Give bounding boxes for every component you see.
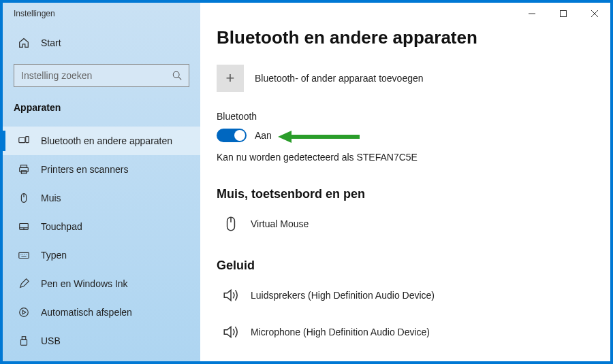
speaker-icon [221,285,241,305]
sidebar-item-autoplay[interactable]: Automatisch afspelen [3,298,200,327]
close-button[interactable] [579,3,610,24]
sidebar-item-label: USB [41,335,61,346]
sidebar-item-label: Printers en scanners [41,164,128,175]
main-content: Bluetooth en andere apparaten + Bluetoot… [200,3,610,361]
sidebar-item-label: Pen en Windows Ink [41,278,128,289]
device-row[interactable]: Luidsprekers (High Definition Audio Devi… [217,281,587,318]
sidebar-item-usb[interactable]: USB [3,327,200,355]
home-icon [18,37,30,49]
add-device-label: Bluetooth- of ander apparaat toevoegen [255,73,424,84]
pen-icon [18,278,30,290]
usb-icon [18,335,30,347]
svg-marker-26 [278,131,292,143]
sidebar-nav: Bluetooth en andere apparaten Printers e… [3,127,200,355]
home-label: Start [41,37,61,48]
printer-icon [18,163,30,176]
svg-rect-24 [21,340,27,345]
sidebar-item-pen[interactable]: Pen en Windows Ink [3,269,200,298]
section-heading-mkb: Muis, toetsenbord en pen [217,187,587,201]
mouse-icon [221,214,241,234]
svg-rect-1 [561,11,567,17]
close-icon [591,10,598,17]
touchpad-icon [18,220,30,233]
plus-icon: + [217,65,244,92]
svg-line-5 [178,77,181,80]
svg-rect-9 [20,167,29,171]
minimize-button[interactable] [516,3,548,24]
search-icon [172,71,182,80]
maximize-icon [560,10,567,17]
device-label: Microphone (High Definition Audio Device… [251,327,430,337]
app-title: Instellingen [3,9,55,18]
bluetooth-toggle[interactable] [217,129,247,142]
page-title: Bluetooth en andere apparaten [217,27,587,48]
search-input-wrapper[interactable] [14,64,189,87]
settings-window: Instellingen Start Apparaten [3,3,610,361]
maximize-button[interactable] [548,3,579,24]
annotation-arrow-icon [278,129,360,145]
bluetooth-toggle-label: Aan [255,130,272,141]
search-input[interactable] [21,70,172,81]
svg-rect-6 [19,138,25,143]
minimize-icon [529,10,535,17]
device-row[interactable]: Virtual Mouse [217,210,587,246]
device-label: Luidsprekers (High Definition Audio Devi… [251,290,435,301]
sidebar-item-typing[interactable]: Typen [3,241,200,269]
sidebar-item-label: Typen [41,250,67,261]
svg-point-4 [173,71,179,78]
svg-rect-23 [22,337,25,340]
sidebar: Start Apparaten Bluetooth en andere appa… [3,3,200,361]
bluetooth-heading: Bluetooth [217,111,587,122]
device-row[interactable]: Microphone (High Definition Audio Device… [217,318,587,354]
sidebar-item-touchpad[interactable]: Touchpad [3,212,200,241]
devices-icon [18,135,30,147]
section-heading-audio: Geluid [217,259,587,273]
sidebar-item-label: Touchpad [41,221,82,232]
sidebar-item-label: Muis [41,193,61,203]
add-device-button[interactable]: + Bluetooth- of ander apparaat toevoegen [217,65,587,92]
bluetooth-toggle-row: Aan [217,129,587,142]
category-heading: Apparaten [3,93,200,122]
sidebar-item-printers[interactable]: Printers en scanners [3,155,200,184]
sidebar-item-label: Automatisch afspelen [41,307,132,318]
sidebar-item-label: Bluetooth en andere apparaten [41,135,172,146]
autoplay-icon [18,306,30,318]
home-button[interactable]: Start [3,24,200,61]
device-label: Virtual Mouse [251,218,309,229]
titlebar: Instellingen [3,3,610,24]
svg-point-22 [20,308,29,317]
sidebar-item-mouse[interactable]: Muis [3,184,200,212]
mouse-icon [18,192,30,204]
svg-rect-16 [19,252,29,258]
keyboard-icon [18,249,30,261]
detectable-text: Kan nu worden gedetecteerd als STEFAN7C5… [217,152,587,163]
sidebar-item-bluetooth[interactable]: Bluetooth en andere apparaten [3,127,200,155]
speaker-icon [221,322,241,342]
svg-rect-7 [26,137,29,143]
window-controls [516,3,610,24]
